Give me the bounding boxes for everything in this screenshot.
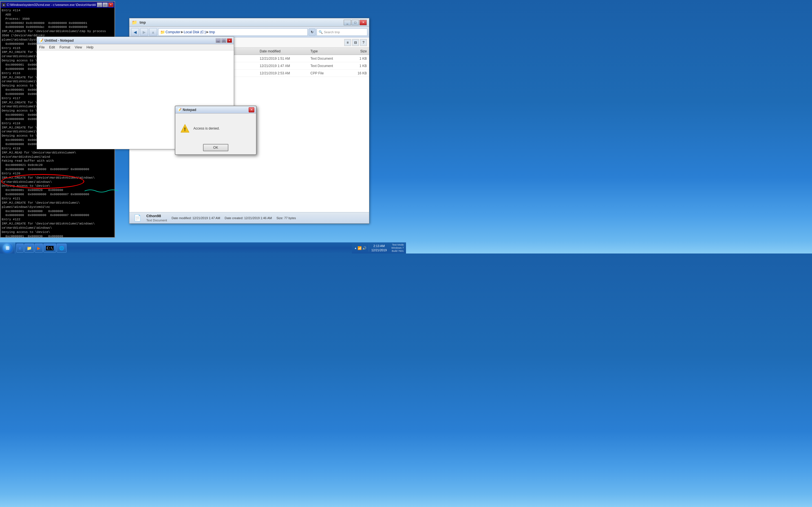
breadcrumb-sep-1: ▶ (181, 30, 183, 34)
taskbar-clock[interactable]: 2:13 AM 12/21/2019 (371, 244, 387, 252)
notepad-menu-help[interactable]: Help (86, 45, 95, 49)
cmd-line: Entry #122 (2, 217, 113, 222)
breadcrumb-computer[interactable]: Computer (165, 30, 181, 34)
notepad-menu-format[interactable]: Format (58, 45, 71, 49)
status-date-created: Date created: 12/21/2019 1:46 AM (225, 216, 272, 220)
notepad-menu-view[interactable]: View (73, 45, 83, 49)
cmd-line: Process: 3500 (2, 17, 113, 21)
start-button[interactable]: ⊞ (0, 242, 15, 254)
taskbar-items: e 📁 ▶ C:\ 🌐 (15, 244, 352, 252)
notepad-menu-edit[interactable]: Edit (48, 45, 56, 49)
refresh-button[interactable]: ↻ (309, 29, 315, 36)
explorer-window-controls: _ □ ✕ (344, 20, 367, 25)
status-filename: Cthon98 (146, 214, 167, 218)
breadcrumb-tmp[interactable]: tmp (209, 30, 215, 34)
search-box[interactable]: 🔍 Search tmp (317, 29, 367, 36)
taskbar-item-network[interactable]: 🌐 (57, 244, 66, 252)
cmd-minimize-button[interactable]: _ (97, 3, 102, 7)
warning-icon: ! (180, 123, 190, 133)
status-filetype: Text Document (146, 219, 167, 222)
file-type-1: Text Document (310, 57, 344, 61)
dialog-content: ! Access is denied. (175, 114, 256, 143)
notepad-minimize-button[interactable]: _ (216, 38, 221, 43)
build-line-3: Build 7601 (392, 249, 404, 252)
address-breadcrumb: 📁 Computer ▶ Local Disk (C:) ▶ tmp (160, 30, 306, 34)
view-list-button[interactable]: ≡ (344, 39, 351, 46)
search-icon: 🔍 (319, 30, 323, 34)
breadcrumb-local-disk[interactable]: Local Disk (C:) (184, 30, 206, 34)
file-size-3: 16 KB (344, 71, 367, 75)
taskbar-item-media[interactable]: ▶ (35, 244, 43, 252)
file-modified-1: 12/21/2019 1:51 AM (260, 57, 310, 61)
notepad-close-button[interactable]: ✕ (227, 38, 232, 43)
status-file-icon: 📄 (133, 214, 142, 223)
clock-time: 2:13 AM (371, 244, 387, 248)
cmd-window-controls: _ □ ✕ (97, 3, 113, 7)
view-details-button[interactable]: ⊟ (352, 39, 359, 46)
cmd-line: 0xc0000001 0x000000 0x000000 (2, 209, 113, 214)
dialog-close-button[interactable]: ✕ (249, 107, 254, 112)
svg-text:!: ! (184, 127, 186, 132)
explorer-minimize-button[interactable]: _ (344, 20, 351, 25)
breadcrumb-sep-2: ▶ (206, 30, 209, 34)
cmd-line: IRP_MJ_CREATE for \Device\HarddiskVolume… (2, 201, 113, 205)
status-date-modified: Date modified: 12/21/2019 1:47 AM (171, 216, 220, 220)
search-placeholder: Search tmp (324, 31, 340, 34)
taskbar-item-ie[interactable]: e (16, 244, 24, 252)
ie-icon: e (19, 246, 21, 250)
dialog-title: Notepad (183, 108, 249, 112)
taskbar-item-explorer[interactable]: 📁 (24, 244, 34, 252)
col-header-size[interactable]: Size (344, 49, 367, 53)
start-orb: ⊞ (3, 243, 13, 253)
cmd-icon: ■ (2, 3, 6, 7)
cmd-line: Denying access to \Device\ (2, 230, 113, 234)
network-icon: 🌐 (59, 246, 64, 250)
help-button[interactable]: ? (360, 39, 367, 46)
build-line-2: Windows 7 (391, 246, 404, 249)
explorer-close-button[interactable]: ✕ (359, 20, 367, 25)
cmd-line: 0xc0000001 0x000030 0x000000 (2, 234, 113, 237)
cmd-line: plume1\Windows\System32\nc (2, 205, 113, 209)
file-type-2: Text Document (310, 64, 344, 68)
forward-button[interactable]: ▶ (140, 28, 148, 36)
up-button[interactable]: ▲ (149, 28, 157, 36)
taskbar-item-cmd[interactable]: C:\ (43, 244, 56, 252)
dialog-footer: OK (175, 143, 256, 154)
cmd-line: IRP_MJ_CREATE for \Device\HarddiskVolume… (2, 176, 113, 180)
build-watermark: Test Mode Windows 7 Build 7601 (391, 243, 404, 252)
back-button[interactable]: ◀ (131, 28, 139, 36)
media-icon: ▶ (37, 246, 40, 250)
folder-taskbar-icon: 📁 (27, 246, 32, 250)
dialog-titlebar: 📝 Notepad ✕ (175, 106, 256, 114)
file-modified-2: 12/21/2019 1:47 AM (260, 64, 310, 68)
system-tray: ▲ 📶 🔊 (354, 246, 366, 250)
cmd-line: 0x00000000 0x00000dac 0x00000000 0x00000… (2, 25, 113, 29)
cmd-line: 0xc0000001 0x000020 0x000000 (2, 188, 113, 192)
notepad-menu-file[interactable]: File (38, 45, 46, 49)
address-bar[interactable]: 📁 Computer ▶ Local Disk (C:) ▶ tmp (158, 29, 308, 36)
cmd-line: 0xc0000002 0xdc000000 0x00000000 0x00000… (2, 21, 113, 25)
cmd-line: evice\HarddiskVolume1\Wind (2, 155, 113, 159)
notepad-maximize-button[interactable]: □ (221, 38, 226, 43)
cmd-line: ce\HarddiskVolume1\Windows\ (2, 226, 113, 230)
network-tray-icon: 📶 (357, 246, 362, 250)
folder-icon-address: 📁 (160, 30, 165, 34)
ok-button[interactable]: OK (203, 144, 229, 151)
cmd-close-button[interactable]: ✕ (108, 3, 113, 7)
windows-logo-icon: ⊞ (6, 245, 9, 251)
cmd-line: Denying access to \Device\ (2, 184, 113, 188)
col-header-type[interactable]: Type (310, 49, 344, 53)
status-date-modified-label: Date modified: 12/21/2019 1:47 AM (171, 216, 220, 220)
explorer-title: tmp (140, 20, 343, 24)
explorer-titlebar: 📁 tmp _ □ ✕ (130, 18, 369, 27)
access-denied-dialog[interactable]: 📝 Notepad ✕ ! Access is denied. OK (175, 106, 257, 155)
cmd-line: 0x00000000 0x00000000 0x00000007 0x00000… (2, 167, 113, 172)
cmd-line: Entry #120 (2, 172, 113, 176)
cmd-maximize-button[interactable]: □ (103, 3, 108, 7)
cmd-taskbar-icon: C:\ (46, 246, 54, 250)
taskbar: ⊞ e 📁 ▶ C:\ 🌐 ▲ 📶 🔊 2:13 AM 12/21/2019 (0, 242, 406, 253)
file-size-1: 1 KB (344, 57, 367, 61)
notepad-titlebar: 📝 Untitled - Notepad _ □ ✕ (37, 37, 234, 44)
col-header-modified[interactable]: Date modified (260, 49, 310, 53)
explorer-maximize-button[interactable]: □ (352, 20, 359, 25)
